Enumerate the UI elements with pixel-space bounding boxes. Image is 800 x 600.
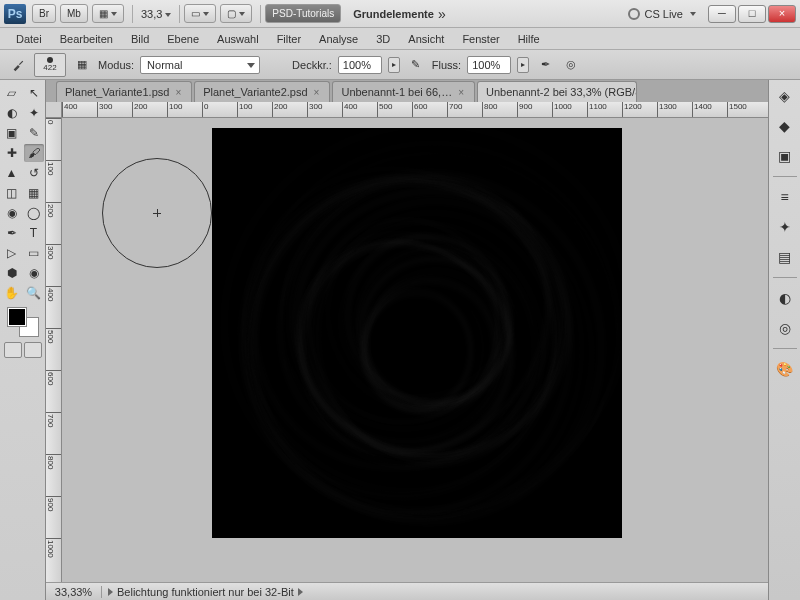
workspace-preset-button[interactable]: PSD-Tutorials (265, 4, 341, 23)
menu-bar: Datei Bearbeiten Bild Ebene Auswahl Filt… (0, 28, 800, 50)
layers-panel-icon[interactable]: ◈ (775, 86, 795, 106)
workspace-more-icon[interactable]: » (434, 6, 450, 22)
dodge-tool[interactable]: ◯ (24, 204, 44, 222)
document-tabs: Planet_Variante1.psd× Planet_Variante2.p… (46, 80, 768, 102)
modus-select[interactable]: Normal (140, 56, 260, 74)
shape-tool[interactable]: ▭ (24, 244, 44, 262)
menu-bild[interactable]: Bild (123, 30, 157, 48)
brush-cursor (102, 158, 212, 268)
info-panel-icon[interactable]: ◎ (775, 318, 795, 338)
cs-live-button[interactable]: CS Live (628, 8, 696, 20)
close-button[interactable]: × (768, 5, 796, 23)
status-message[interactable]: Belichtung funktioniert nur bei 32-Bit (102, 586, 309, 598)
swatches-panel-icon[interactable]: ▤ (775, 247, 795, 267)
bridge-button[interactable]: Br (32, 4, 56, 23)
tab-close-icon[interactable]: × (312, 87, 322, 98)
artwork-swirl (212, 128, 622, 538)
pressure-size-icon[interactable]: ◎ (561, 55, 581, 75)
paths-panel-icon[interactable]: ▣ (775, 146, 795, 166)
zoom-tool[interactable]: 🔍 (24, 284, 44, 302)
3d-tool[interactable]: ⬢ (2, 264, 22, 282)
menu-auswahl[interactable]: Auswahl (209, 30, 267, 48)
status-zoom[interactable]: 33,33% (46, 586, 102, 598)
type-tool[interactable]: T (24, 224, 44, 242)
stamp-tool[interactable]: ▲ (2, 164, 22, 182)
menu-filter[interactable]: Filter (269, 30, 309, 48)
color-swatches[interactable] (8, 308, 38, 336)
screenmode-button[interactable] (24, 342, 42, 358)
menu-3d[interactable]: 3D (368, 30, 398, 48)
channels-panel-icon[interactable]: ◆ (775, 116, 795, 136)
pen-tool[interactable]: ✒ (2, 224, 22, 242)
status-bar: 33,33% Belichtung funktioniert nur bei 3… (46, 582, 768, 600)
fluss-input[interactable]: 100% (467, 56, 511, 74)
play-icon (108, 588, 113, 596)
eraser-tool[interactable]: ◫ (2, 184, 22, 202)
menu-bearbeiten[interactable]: Bearbeiten (52, 30, 121, 48)
wand-tool[interactable]: ✦ (24, 104, 44, 122)
modus-label: Modus: (98, 59, 134, 71)
doc-tab-2[interactable]: Unbenannt-1 bei 66,…× (332, 81, 475, 102)
menu-fenster[interactable]: Fenster (454, 30, 507, 48)
canvas[interactable] (212, 128, 622, 538)
fluss-arrow[interactable]: ▸ (517, 57, 529, 73)
menu-ebene[interactable]: Ebene (159, 30, 207, 48)
lasso-tool[interactable]: ◐ (2, 104, 22, 122)
adjustments-panel-icon[interactable]: ≡ (775, 187, 795, 207)
pressure-opacity-icon[interactable]: ✎ (406, 55, 426, 75)
minimize-button[interactable]: ─ (708, 5, 736, 23)
maximize-button[interactable]: □ (738, 5, 766, 23)
history-panel-icon[interactable]: ◐ (775, 288, 795, 308)
screen-mode-button[interactable]: ▢ (220, 4, 252, 23)
toolbox: ▱↖ ◐✦ ▣✎ ✚🖌 ▲↺ ◫▦ ◉◯ ✒T ▷▭ ⬢◉ ✋🔍 (0, 80, 46, 600)
brush-preset-picker[interactable]: 422 (34, 53, 66, 77)
tab-close-icon[interactable]: × (173, 87, 183, 98)
path-select-tool[interactable]: ▷ (2, 244, 22, 262)
app-icon: Ps (4, 4, 26, 24)
crop-tool[interactable]: ▣ (2, 124, 22, 142)
quickmask-button[interactable] (4, 342, 22, 358)
minibridge-button[interactable]: Mb (60, 4, 88, 23)
deckkr-label: Deckkr.: (292, 59, 332, 71)
menu-datei[interactable]: Datei (8, 30, 50, 48)
history-brush-tool[interactable]: ↺ (24, 164, 44, 182)
foreground-color[interactable] (8, 308, 26, 326)
brush-panel-toggle[interactable]: ▦ (72, 55, 92, 75)
move-tool[interactable]: ▱ (2, 84, 22, 102)
layout-button[interactable]: ▦ (92, 4, 124, 23)
color-panel-icon[interactable]: 🎨 (775, 359, 795, 379)
deckkr-input[interactable]: 100% (338, 56, 382, 74)
doc-tab-3[interactable]: Unbenannt-2 bei 33,3% (RGB/8) *× (477, 81, 637, 102)
doc-tab-1[interactable]: Planet_Variante2.psd× (194, 81, 330, 102)
zoom-level[interactable]: 33,3 (141, 8, 171, 20)
doc-tab-0[interactable]: Planet_Variante1.psd× (56, 81, 192, 102)
tool-preset-icon[interactable] (8, 55, 28, 75)
airbrush-icon[interactable]: ✒ (535, 55, 555, 75)
hand-tool[interactable]: ✋ (2, 284, 22, 302)
ruler-origin[interactable] (46, 102, 62, 118)
title-bar: Ps Br Mb ▦ 33,3 ▭ ▢ PSD-Tutorials Grunde… (0, 0, 800, 28)
arrange-button[interactable]: ▭ (184, 4, 216, 23)
menu-ansicht[interactable]: Ansicht (400, 30, 452, 48)
styles-panel-icon[interactable]: ✦ (775, 217, 795, 237)
move-tool-alt[interactable]: ↖ (24, 84, 44, 102)
fluss-label: Fluss: (432, 59, 461, 71)
brush-tool[interactable]: 🖌 (24, 144, 44, 162)
eyedropper-tool[interactable]: ✎ (24, 124, 44, 142)
deckkr-arrow[interactable]: ▸ (388, 57, 400, 73)
gradient-tool[interactable]: ▦ (24, 184, 44, 202)
ruler-horizontal[interactable]: 4003002001000100200300400500600700800900… (62, 102, 768, 118)
options-bar: 422 ▦ Modus: Normal Deckkr.: 100% ▸ ✎ Fl… (0, 50, 800, 80)
workspace-name[interactable]: Grundelemente (353, 8, 434, 20)
tab-close-icon[interactable]: × (456, 87, 466, 98)
blur-tool[interactable]: ◉ (2, 204, 22, 222)
heal-tool[interactable]: ✚ (2, 144, 22, 162)
menu-analyse[interactable]: Analyse (311, 30, 366, 48)
camera-tool[interactable]: ◉ (24, 264, 44, 282)
ruler-vertical[interactable]: 01002003004005006007008009001000 (46, 118, 62, 582)
cs-live-icon (628, 8, 640, 20)
right-panel-dock: ◈ ◆ ▣ ≡ ✦ ▤ ◐ ◎ 🎨 (768, 80, 800, 600)
menu-hilfe[interactable]: Hilfe (510, 30, 548, 48)
play-icon (298, 588, 303, 596)
canvas-viewport[interactable] (62, 118, 768, 582)
